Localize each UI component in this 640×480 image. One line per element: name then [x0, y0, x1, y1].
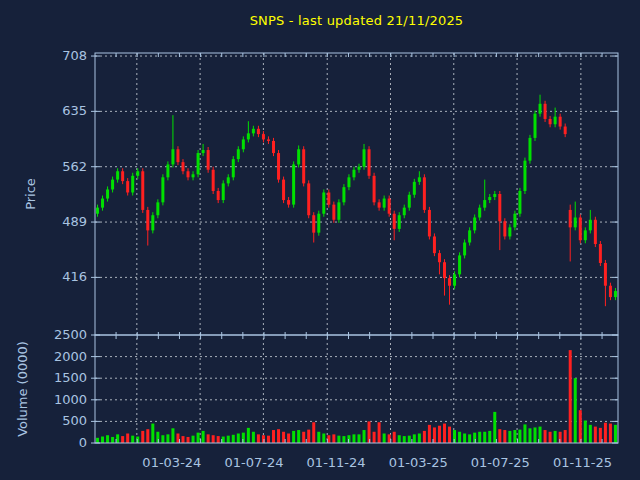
date-tick-label: 01-03-24: [142, 455, 201, 470]
volume-tick-label: 2500: [54, 327, 87, 342]
volume-tick-label: 500: [62, 413, 87, 428]
price-tick-label: 562: [62, 159, 87, 174]
volume-tick-label: 0: [79, 435, 87, 450]
volume-tick-label: 1500: [54, 370, 87, 385]
volume-bars: [96, 350, 617, 443]
stock-chart-window: SNPS - last updated 21/11/2025 708635562…: [0, 0, 640, 480]
date-tick-label: 01-11-24: [307, 455, 366, 470]
date-tick-label: 01-03-25: [389, 455, 448, 470]
volume-tick-label: 1000: [54, 392, 87, 407]
chart-canvas: 7086355624894162500200015001000500001-03…: [0, 0, 640, 480]
price-tick-label: 635: [62, 103, 87, 118]
axis-tick-labels: 7086355624894162500200015001000500001-03…: [54, 48, 612, 470]
price-tick-label: 489: [62, 214, 87, 229]
date-tick-label: 01-07-24: [224, 455, 283, 470]
candlestick-series: [96, 95, 617, 307]
date-tick-label: 01-11-25: [553, 455, 612, 470]
date-tick-label: 01-07-25: [471, 455, 530, 470]
price-tick-label: 416: [62, 269, 87, 284]
volume-tick-label: 2000: [54, 349, 87, 364]
price-axis-title: Price: [23, 178, 38, 210]
volume-axis-title: Volume (0000): [15, 341, 30, 437]
price-tick-label: 708: [62, 48, 87, 63]
